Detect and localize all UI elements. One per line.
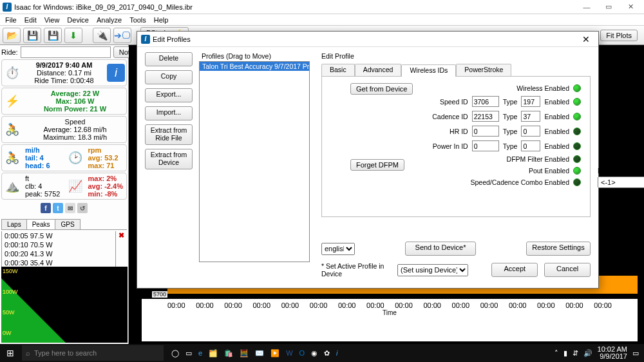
start-button[interactable]: ⊞ — [0, 348, 21, 358]
speed-enabled-indicator[interactable] — [573, 98, 581, 106]
cadence-enabled-label: Enabled — [544, 113, 569, 120]
notifications-icon[interactable]: ▭ — [632, 349, 639, 357]
edge-icon[interactable]: e — [198, 349, 202, 357]
profiles-list[interactable]: Talon Tri Best Accuracy 9/7/2017 Prof# 1 — [199, 61, 310, 262]
tick: 00:00 — [366, 301, 384, 309]
app-icon[interactable]: ✿ — [324, 349, 330, 357]
list-item[interactable]: 0:00:05 97.5 W — [2, 231, 115, 240]
pm-model-select[interactable]: <-1> — [598, 176, 644, 188]
copy-button[interactable]: Copy — [145, 70, 193, 84]
profile-item-selected[interactable]: Talon Tri Best Accuracy 9/7/2017 Prof# 1 — [200, 62, 309, 71]
get-from-device-button[interactable]: Get from Device — [350, 83, 413, 95]
window-title: Isaac for Windows: iBike_09_09_2017_0940… — [14, 3, 193, 11]
save-icon[interactable]: 💾 — [23, 28, 41, 43]
speed-type-input[interactable] — [521, 96, 540, 107]
mail-icon[interactable]: ✉ — [65, 203, 75, 213]
chrome-icon[interactable]: ◉ — [311, 349, 317, 357]
export-button[interactable]: Export... — [145, 88, 193, 102]
tab-wireless-ids[interactable]: Wireless IDs — [401, 64, 456, 77]
hr-type-input[interactable] — [521, 126, 540, 137]
cadence-enabled-indicator[interactable] — [573, 113, 581, 120]
hr-enabled-indicator[interactable] — [573, 128, 581, 135]
close-button[interactable]: ✕ — [620, 1, 641, 14]
menu-file[interactable]: File — [3, 16, 19, 24]
to-device-icon[interactable]: ➔🖵 — [113, 28, 131, 43]
list-item[interactable]: 0:00:20 41.3 W — [2, 249, 115, 258]
power-id-input[interactable] — [472, 140, 499, 151]
list-item[interactable]: 0:00:10 70.5 W — [2, 240, 115, 249]
ride-datetime: 9/9/2017 9:40 AM — [25, 61, 103, 69]
import-button[interactable]: Import... — [145, 106, 193, 120]
power-type-input[interactable] — [521, 140, 540, 151]
calc-icon[interactable]: 🧮 — [240, 349, 249, 357]
device-icon[interactable]: 🔌 — [93, 28, 111, 43]
power-card: ⚡ Average: 22 W Max: 106 W Norm Power: 2… — [1, 88, 127, 115]
wifi-icon[interactable]: ⇵ — [573, 349, 578, 357]
cadence-type-input[interactable] — [521, 111, 540, 122]
delete-button[interactable]: Delete — [145, 52, 193, 66]
share-icon[interactable]: ↺ — [77, 203, 88, 213]
info-icon[interactable]: i — [107, 64, 125, 82]
extract-from-device-button[interactable]: Extract from Device — [145, 149, 193, 169]
mail-icon[interactable]: ✉️ — [255, 349, 264, 357]
cancel-button[interactable]: Cancel — [544, 263, 591, 277]
tab-advanced[interactable]: Advanced — [355, 64, 402, 76]
forget-dfpm-button[interactable]: Forget DFPM — [350, 159, 404, 171]
elev-unit: ft — [25, 175, 62, 182]
isaac-icon[interactable]: i — [336, 349, 337, 357]
power-enabled-indicator[interactable] — [573, 142, 581, 150]
open-icon[interactable]: 📂 — [3, 28, 21, 43]
menu-device[interactable]: Device — [64, 16, 91, 24]
taskbar-search[interactable]: ⌕ Type here to search — [22, 345, 164, 361]
ride-distance: Distance: 0.17 mi — [25, 69, 103, 77]
tab-laps[interactable]: Laps — [1, 219, 27, 229]
dialog-close-button[interactable]: ✕ — [578, 33, 594, 46]
wireless-enabled-indicator[interactable] — [573, 84, 581, 92]
menu-view[interactable]: View — [42, 16, 62, 24]
tick: 00:00 — [423, 301, 441, 309]
battery-icon[interactable]: ▮ — [564, 349, 567, 357]
menu-analyze[interactable]: Analyze — [94, 16, 124, 24]
minimize-button[interactable]: — — [576, 1, 598, 14]
menu-edit[interactable]: Edit — [22, 16, 39, 24]
dfpm-filter-indicator[interactable] — [573, 155, 581, 163]
send-to-device-button[interactable]: Send to Device* — [405, 242, 476, 256]
extract-from-file-button[interactable]: Extract from Ride File — [145, 124, 193, 145]
tick: 00:00 — [537, 301, 555, 309]
fit-plots-button[interactable]: Fit Plots — [600, 30, 638, 41]
explorer-icon[interactable]: 🗂️ — [209, 349, 218, 357]
cortana-icon[interactable]: ◯ — [171, 349, 179, 357]
hr-id-input[interactable] — [472, 126, 499, 137]
tray-up-icon[interactable]: ˄ — [554, 349, 558, 357]
store-icon[interactable]: 🛍️ — [224, 349, 233, 357]
save2-icon[interactable]: 💾 — [44, 28, 62, 43]
combo-enabled-indicator[interactable] — [573, 178, 581, 186]
cadence-id-input[interactable] — [472, 111, 499, 122]
menu-tools[interactable]: Tools — [127, 16, 149, 24]
tab-peaks[interactable]: Peaks — [26, 219, 56, 229]
outlook-icon[interactable]: O — [299, 349, 305, 357]
tab-powerstroke[interactable]: PowerStroke — [456, 64, 511, 76]
word-icon[interactable]: W — [286, 349, 292, 357]
set-active-select[interactable]: (Set using Device) — [397, 264, 468, 276]
accept-button[interactable]: Accept — [491, 263, 538, 277]
maximize-button[interactable]: ▭ — [598, 1, 620, 14]
taskbar-icons: ◯ ▭ e 🗂️ 🛍️ 🧮 ✉️ ▶️ W O ◉ ✿ i — [171, 349, 338, 357]
facebook-icon[interactable]: f — [41, 203, 51, 213]
taskview-icon[interactable]: ▭ — [185, 349, 192, 357]
ride-input[interactable] — [21, 46, 111, 58]
twitter-icon[interactable]: t — [53, 203, 63, 213]
media-icon[interactable]: ▶️ — [270, 349, 279, 357]
pout-enabled-indicator[interactable] — [573, 167, 581, 175]
tab-basic[interactable]: Basic — [321, 64, 355, 76]
menu-help[interactable]: Help — [151, 16, 171, 24]
ride-time: Ride Time: 0:00:48 — [25, 77, 103, 84]
tab-gps[interactable]: GPS — [55, 219, 80, 229]
list-item[interactable]: 0:00:30 35.4 W — [2, 258, 115, 267]
language-select[interactable]: english — [321, 243, 355, 255]
usb-icon[interactable]: ⬇ — [64, 28, 82, 43]
speed-title: Speed — [25, 118, 125, 126]
restore-settings-button[interactable]: Restore Settings — [526, 242, 591, 256]
speed-id-input[interactable] — [472, 96, 499, 107]
sound-icon[interactable]: 🔊 — [583, 349, 592, 357]
